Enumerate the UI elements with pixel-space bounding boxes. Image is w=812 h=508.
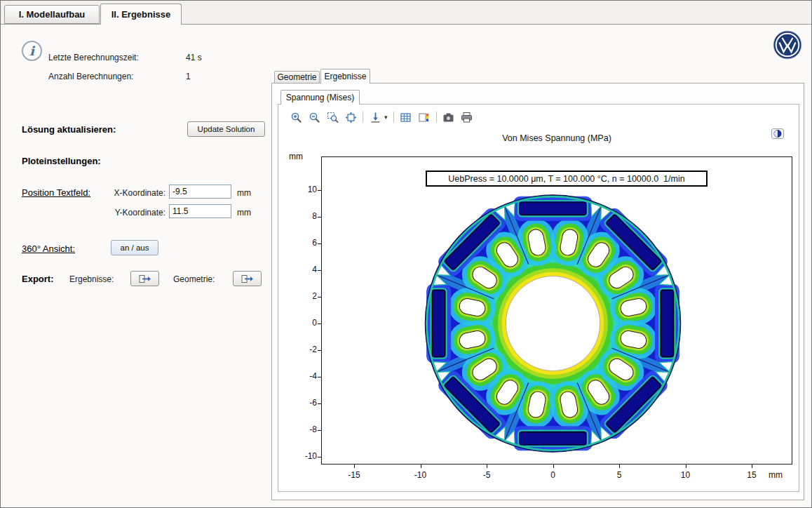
plot-title: Von Mises Spannung (MPa): [321, 133, 792, 143]
tab-modellaufbau-label: I. Modellaufbau: [19, 9, 86, 20]
y-coordinate-label: Y-Koordinate:: [111, 208, 165, 218]
results-tab-ergebnisse[interactable]: Ergebnisse: [320, 69, 370, 83]
vw-logo: [773, 30, 802, 60]
y-axis-unit: mm: [289, 152, 303, 161]
results-tab-geometrie-label: Geometrie: [277, 72, 316, 82]
zoom-out-icon[interactable]: [308, 111, 320, 123]
zoom-selection-icon[interactable]: [326, 111, 339, 123]
update-solution-button-label: Update Solution: [198, 125, 255, 133]
view-360-label: 360° Ansicht:: [22, 243, 75, 254]
toolbar-separator: [363, 112, 363, 123]
plot-annotation: UebPress = 10.0000 μm, T = 100.000 °C, n…: [426, 171, 708, 187]
tab-ergebnisse[interactable]: II. Ergebnisse: [100, 4, 182, 25]
toolbar-separator: [393, 112, 394, 123]
tab-modellaufbau[interactable]: I. Modellaufbau: [4, 5, 100, 24]
plot-tab-spannung-mises-label: Spannung (Mises): [286, 93, 354, 102]
y-coordinate-unit: mm: [237, 208, 251, 218]
stat-label-calc-count: Anzahl Berechnungen:: [48, 72, 133, 81]
position-textfield-label: Position Textfeld:: [22, 187, 90, 198]
print-icon[interactable]: [461, 111, 473, 123]
export-results-button[interactable]: [130, 271, 159, 286]
export-results-label: Ergebnisse:: [69, 274, 114, 284]
view-360-toggle-button[interactable]: an / aus: [111, 240, 158, 255]
results-tab-geometrie[interactable]: Geometrie: [274, 71, 320, 83]
toolbar-separator: [436, 112, 437, 123]
zoom-in-icon[interactable]: [290, 111, 302, 123]
tab-ergebnisse-label: II. Ergebnisse: [111, 9, 171, 20]
export-icon: [139, 272, 151, 285]
zoom-extents-icon[interactable]: [344, 111, 357, 123]
plot-canvas[interactable]: [321, 156, 792, 464]
stat-value-calc-time: 41 s: [186, 53, 202, 62]
plot-toolbar: ▾: [290, 110, 473, 124]
view-360-toggle-label: an / aus: [121, 243, 149, 252]
app-window: I. Modellaufbau II. Ergebnisse i Letzte …: [0, 0, 812, 508]
results-tab-ergebnisse-label: Ergebnisse: [324, 72, 366, 81]
stat-label-calc-time: Letzte Berechnungszeit:: [48, 53, 139, 62]
export-geometry-label: Geometrie:: [173, 274, 215, 284]
export-heading: Export:: [22, 274, 54, 284]
info-icon: i: [22, 41, 42, 61]
stat-value-calc-count: 1: [186, 72, 191, 81]
export-geometry-button[interactable]: [233, 271, 262, 286]
legend-panel-icon[interactable]: [418, 111, 431, 123]
x-coordinate-input[interactable]: [169, 185, 231, 199]
update-solution-heading: Lösung aktualisieren:: [22, 124, 116, 135]
y-coordinate-input[interactable]: [169, 204, 231, 218]
x-coordinate-unit: mm: [237, 188, 251, 198]
plot-tab-spannung-mises[interactable]: Spannung (Mises): [280, 90, 360, 105]
grid-table-icon[interactable]: [400, 111, 412, 123]
snapshot-camera-icon[interactable]: [442, 111, 455, 123]
plot-settings-heading: Ploteinstellungen:: [22, 156, 101, 166]
update-solution-button[interactable]: Update Solution: [187, 121, 265, 137]
x-coordinate-label: X-Koordinate:: [111, 188, 165, 198]
default-view-icon[interactable]: [369, 111, 381, 123]
default-view-dropdown-caret[interactable]: ▾: [384, 114, 388, 121]
export-icon: [241, 272, 254, 285]
